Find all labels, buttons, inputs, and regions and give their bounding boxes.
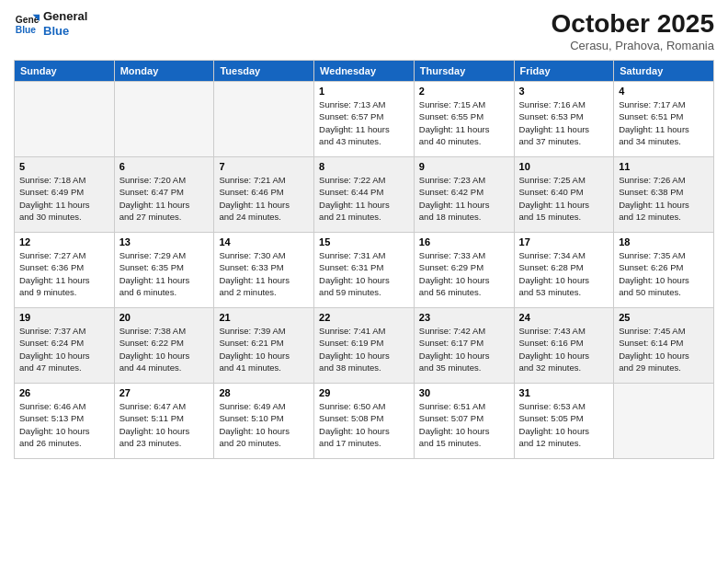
day-info: Sunrise: 6:53 AM Sunset: 5:05 PM Dayligh… [519, 400, 609, 449]
calendar-cell: 15Sunrise: 7:31 AM Sunset: 6:31 PM Dayli… [314, 233, 415, 308]
day-number: 9 [419, 161, 509, 172]
day-info: Sunrise: 7:15 AM Sunset: 6:55 PM Dayligh… [419, 98, 509, 147]
day-number: 21 [219, 312, 309, 323]
day-number: 20 [119, 312, 210, 323]
calendar-cell: 1Sunrise: 7:13 AM Sunset: 6:57 PM Daylig… [314, 82, 415, 157]
calendar-cell: 17Sunrise: 7:34 AM Sunset: 6:28 PM Dayli… [514, 233, 614, 308]
calendar-week-row: 12Sunrise: 7:27 AM Sunset: 6:36 PM Dayli… [15, 233, 714, 308]
weekday-header-sunday: Sunday [15, 61, 115, 82]
day-info: Sunrise: 7:20 AM Sunset: 6:47 PM Dayligh… [119, 174, 210, 223]
weekday-header-thursday: Thursday [414, 61, 514, 82]
day-number: 3 [519, 86, 609, 97]
weekday-header-monday: Monday [114, 61, 214, 82]
calendar-cell: 20Sunrise: 7:38 AM Sunset: 6:22 PM Dayli… [114, 308, 214, 384]
weekday-header-saturday: Saturday [614, 61, 714, 82]
page-container: General Blue General Blue October 2025 C… [0, 0, 728, 563]
calendar-cell: 29Sunrise: 6:50 AM Sunset: 5:08 PM Dayli… [314, 384, 415, 459]
day-info: Sunrise: 7:41 AM Sunset: 6:19 PM Dayligh… [319, 325, 409, 373]
day-number: 29 [319, 387, 409, 398]
day-info: Sunrise: 7:13 AM Sunset: 6:57 PM Dayligh… [319, 98, 409, 147]
day-number: 5 [19, 161, 109, 172]
logo-line1: General [43, 9, 87, 24]
calendar-cell: 30Sunrise: 6:51 AM Sunset: 5:07 PM Dayli… [414, 384, 514, 459]
day-info: Sunrise: 6:46 AM Sunset: 5:13 PM Dayligh… [19, 400, 109, 449]
weekday-header-tuesday: Tuesday [214, 61, 314, 82]
calendar-cell: 14Sunrise: 7:30 AM Sunset: 6:33 PM Dayli… [214, 233, 314, 308]
calendar-cell: 18Sunrise: 7:35 AM Sunset: 6:26 PM Dayli… [614, 233, 714, 308]
day-info: Sunrise: 6:50 AM Sunset: 5:08 PM Dayligh… [319, 400, 409, 449]
day-info: Sunrise: 7:27 AM Sunset: 6:36 PM Dayligh… [19, 249, 109, 298]
calendar-cell: 28Sunrise: 6:49 AM Sunset: 5:10 PM Dayli… [214, 384, 314, 459]
logo-icon: General Blue [14, 11, 40, 37]
calendar-cell: 27Sunrise: 6:47 AM Sunset: 5:11 PM Dayli… [114, 384, 214, 459]
day-number: 15 [319, 236, 409, 247]
calendar-cell: 7Sunrise: 7:21 AM Sunset: 6:46 PM Daylig… [214, 157, 314, 233]
calendar-cell: 16Sunrise: 7:33 AM Sunset: 6:29 PM Dayli… [414, 233, 514, 308]
day-info: Sunrise: 7:18 AM Sunset: 6:49 PM Dayligh… [19, 174, 109, 223]
calendar-cell [214, 82, 314, 157]
day-info: Sunrise: 7:17 AM Sunset: 6:51 PM Dayligh… [619, 98, 709, 147]
day-number: 10 [519, 161, 609, 172]
day-number: 17 [519, 236, 609, 247]
logo: General Blue General Blue [14, 9, 87, 38]
calendar-cell [15, 82, 115, 157]
calendar-cell: 2Sunrise: 7:15 AM Sunset: 6:55 PM Daylig… [414, 82, 514, 157]
calendar-cell: 31Sunrise: 6:53 AM Sunset: 5:05 PM Dayli… [514, 384, 614, 459]
day-info: Sunrise: 7:23 AM Sunset: 6:42 PM Dayligh… [419, 174, 509, 223]
calendar-cell: 4Sunrise: 7:17 AM Sunset: 6:51 PM Daylig… [614, 82, 714, 157]
day-info: Sunrise: 7:34 AM Sunset: 6:28 PM Dayligh… [519, 249, 609, 298]
day-info: Sunrise: 7:43 AM Sunset: 6:16 PM Dayligh… [519, 325, 609, 373]
calendar-cell: 5Sunrise: 7:18 AM Sunset: 6:49 PM Daylig… [15, 157, 115, 233]
day-info: Sunrise: 6:51 AM Sunset: 5:07 PM Dayligh… [419, 400, 509, 449]
calendar-week-row: 19Sunrise: 7:37 AM Sunset: 6:24 PM Dayli… [15, 308, 714, 384]
day-number: 7 [219, 161, 309, 172]
calendar-cell: 3Sunrise: 7:16 AM Sunset: 6:53 PM Daylig… [514, 82, 614, 157]
day-number: 13 [119, 236, 210, 247]
calendar-cell: 23Sunrise: 7:42 AM Sunset: 6:17 PM Dayli… [414, 308, 514, 384]
day-info: Sunrise: 7:25 AM Sunset: 6:40 PM Dayligh… [519, 174, 609, 223]
day-info: Sunrise: 7:30 AM Sunset: 6:33 PM Dayligh… [219, 249, 309, 298]
day-number: 31 [519, 387, 609, 398]
day-info: Sunrise: 7:35 AM Sunset: 6:26 PM Dayligh… [619, 249, 709, 298]
day-info: Sunrise: 6:47 AM Sunset: 5:11 PM Dayligh… [119, 400, 210, 449]
month-title: October 2025 [552, 9, 714, 39]
day-info: Sunrise: 7:21 AM Sunset: 6:46 PM Dayligh… [219, 174, 309, 223]
day-info: Sunrise: 7:22 AM Sunset: 6:44 PM Dayligh… [319, 174, 409, 223]
day-info: Sunrise: 7:26 AM Sunset: 6:38 PM Dayligh… [619, 174, 709, 223]
calendar-cell: 10Sunrise: 7:25 AM Sunset: 6:40 PM Dayli… [514, 157, 614, 233]
weekday-header-friday: Friday [514, 61, 614, 82]
calendar-cell [614, 384, 714, 459]
calendar-cell: 24Sunrise: 7:43 AM Sunset: 6:16 PM Dayli… [514, 308, 614, 384]
calendar-cell: 6Sunrise: 7:20 AM Sunset: 6:47 PM Daylig… [114, 157, 214, 233]
calendar-week-row: 5Sunrise: 7:18 AM Sunset: 6:49 PM Daylig… [15, 157, 714, 233]
calendar: SundayMondayTuesdayWednesdayThursdayFrid… [14, 60, 714, 459]
day-info: Sunrise: 7:39 AM Sunset: 6:21 PM Dayligh… [219, 325, 309, 373]
day-number: 25 [619, 312, 709, 323]
day-info: Sunrise: 6:49 AM Sunset: 5:10 PM Dayligh… [219, 400, 309, 449]
subtitle: Cerasu, Prahova, Romania [552, 39, 714, 52]
day-number: 8 [319, 161, 409, 172]
day-number: 14 [219, 236, 309, 247]
calendar-cell: 12Sunrise: 7:27 AM Sunset: 6:36 PM Dayli… [15, 233, 115, 308]
day-number: 28 [219, 387, 309, 398]
calendar-cell: 22Sunrise: 7:41 AM Sunset: 6:19 PM Dayli… [314, 308, 415, 384]
title-block: October 2025 Cerasu, Prahova, Romania [552, 9, 714, 52]
calendar-cell: 11Sunrise: 7:26 AM Sunset: 6:38 PM Dayli… [614, 157, 714, 233]
day-info: Sunrise: 7:16 AM Sunset: 6:53 PM Dayligh… [519, 98, 609, 147]
weekday-header-row: SundayMondayTuesdayWednesdayThursdayFrid… [15, 61, 714, 82]
calendar-cell: 21Sunrise: 7:39 AM Sunset: 6:21 PM Dayli… [214, 308, 314, 384]
logo-line2: Blue [43, 24, 87, 39]
svg-text:Blue: Blue [16, 25, 37, 35]
day-number: 26 [19, 387, 109, 398]
day-number: 4 [619, 86, 709, 97]
day-number: 27 [119, 387, 210, 398]
day-info: Sunrise: 7:42 AM Sunset: 6:17 PM Dayligh… [419, 325, 509, 373]
day-number: 16 [419, 236, 509, 247]
day-number: 30 [419, 387, 509, 398]
calendar-week-row: 1Sunrise: 7:13 AM Sunset: 6:57 PM Daylig… [15, 82, 714, 157]
calendar-cell: 8Sunrise: 7:22 AM Sunset: 6:44 PM Daylig… [314, 157, 415, 233]
calendar-cell: 26Sunrise: 6:46 AM Sunset: 5:13 PM Dayli… [15, 384, 115, 459]
day-info: Sunrise: 7:37 AM Sunset: 6:24 PM Dayligh… [19, 325, 109, 373]
day-number: 1 [319, 86, 409, 97]
day-number: 6 [119, 161, 210, 172]
